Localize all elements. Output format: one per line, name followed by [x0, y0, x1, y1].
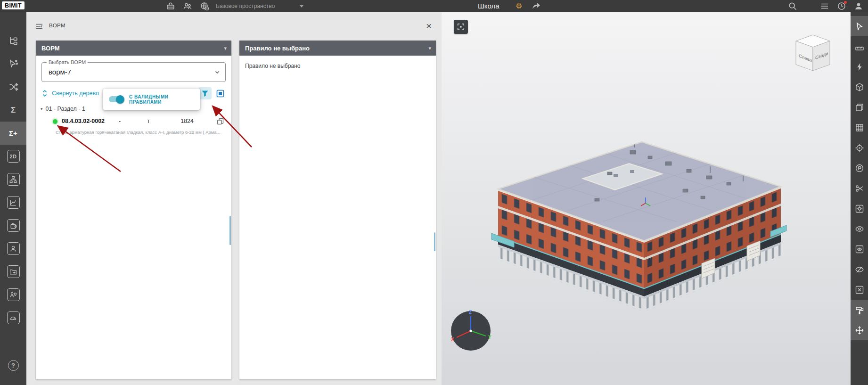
target-icon: [855, 143, 864, 153]
sidebar-item-dashboard[interactable]: [0, 306, 26, 329]
sidebar-item-volumes[interactable]: Σ: [0, 98, 26, 122]
sidebar-item-charts[interactable]: [0, 191, 26, 214]
tool-show-element[interactable]: [851, 239, 868, 259]
select-cursor-icon: [8, 59, 18, 69]
sidebar-item-user-location[interactable]: [0, 283, 26, 306]
item-quantity: 1824: [169, 118, 194, 124]
sidebar-item-export[interactable]: [0, 260, 26, 283]
team-button[interactable]: [183, 1, 192, 11]
sidebar-item-2d-view[interactable]: 2D: [0, 145, 26, 168]
tool-grid[interactable]: [851, 117, 868, 138]
left-toolbar: Σ Σ+ 2D ?: [0, 12, 26, 385]
search-button[interactable]: [788, 1, 797, 11]
vorm-panel-header[interactable]: ВОРМ ▾: [36, 41, 231, 56]
toggle-knob: [116, 95, 124, 104]
vorm-scrollbar[interactable]: [229, 216, 231, 245]
eye-box-icon: [855, 245, 864, 254]
eye-off-icon: [855, 265, 864, 274]
chevron-down-icon[interactable]: ▾: [224, 45, 227, 51]
move-icon: [855, 326, 864, 335]
rule-panel-title: Правило не выбрано: [245, 45, 310, 52]
tool-select-cursor[interactable]: [851, 16, 868, 36]
menu-list-button[interactable]: [820, 1, 829, 11]
window-header: ВОРМ ×: [26, 20, 442, 34]
focus-model-button[interactable]: [454, 20, 468, 34]
select-caret-icon: [214, 69, 221, 75]
tool-visibility[interactable]: [851, 219, 868, 239]
sidebar-item-org-structure[interactable]: [0, 168, 26, 191]
item-description: Сталь арматурная горячекатаная гладкая, …: [56, 130, 226, 135]
ruler-icon: [855, 42, 864, 51]
search-icon: [788, 1, 797, 11]
tool-clear-selection[interactable]: [851, 279, 868, 300]
chevron-down-icon[interactable]: ▾: [428, 45, 431, 51]
window-close-button[interactable]: ×: [426, 19, 432, 33]
vorm-select[interactable]: Выбрать ВОРМ ворм-7: [41, 62, 226, 82]
team-icon: [183, 1, 192, 11]
tool-properties[interactable]: [851, 158, 868, 178]
grid-icon: [855, 123, 864, 132]
rule-scrollbar[interactable]: [434, 232, 435, 251]
navigation-cube[interactable]: Слева Сзади: [795, 34, 831, 73]
tool-quick-actions[interactable]: [851, 57, 868, 77]
viewport-3d[interactable]: Слева Сзади Z X Y: [442, 12, 851, 385]
user-avatar-icon: [854, 1, 863, 11]
tool-paint-mode[interactable]: [851, 300, 868, 320]
copy-button[interactable]: [216, 117, 224, 125]
filter-button[interactable]: [198, 87, 212, 99]
3d-building-model[interactable]: [489, 132, 790, 368]
unfold-tree-icon[interactable]: [41, 89, 49, 98]
window-title: ВОРМ: [49, 23, 66, 28]
help-button[interactable]: ?: [8, 360, 19, 371]
toolbox-icon: [166, 1, 175, 11]
rule-panel-header[interactable]: Правило не выбрано ▾: [239, 41, 436, 56]
tool-model-boxes[interactable]: [851, 97, 868, 117]
scissors-icon: [855, 184, 864, 193]
tool-section-box[interactable]: [851, 77, 868, 97]
tree-item-row[interactable]: 08.4.03.02-0002 - т 1824: [36, 117, 231, 126]
share-button[interactable]: [532, 1, 541, 11]
workspace-caret-icon[interactable]: [300, 5, 303, 8]
profile-button[interactable]: [854, 1, 863, 11]
workspace-selector[interactable]: Базовое пространство: [216, 0, 275, 12]
select-all-checkbox[interactable]: [214, 88, 226, 99]
gear-box-icon: [855, 204, 864, 213]
tool-center-target[interactable]: [851, 138, 868, 158]
triangle-down-icon[interactable]: ▾: [41, 106, 43, 111]
valid-rules-toggle[interactable]: [109, 96, 123, 102]
tool-cut-section[interactable]: [851, 178, 868, 198]
org-chart-icon: [9, 176, 17, 183]
tool-hide-element[interactable]: [851, 259, 868, 279]
cursor-icon: [855, 22, 864, 31]
puzzle-icon: [9, 222, 17, 229]
item-unit: т: [147, 118, 150, 124]
tool-view-settings[interactable]: [851, 198, 868, 219]
sidebar-item-vorm[interactable]: Σ+: [0, 122, 26, 145]
folder-share-icon: [9, 268, 17, 276]
menu-open-icon: [35, 22, 43, 31]
workspace-globe-button[interactable]: [200, 1, 209, 11]
user-icon: [9, 245, 17, 253]
eye-icon: [855, 224, 864, 234]
lightning-icon: [855, 62, 864, 72]
sidebar-item-clash-detection[interactable]: [0, 75, 26, 98]
window-menu-button[interactable]: [35, 22, 43, 31]
sidebar-item-users[interactable]: [0, 237, 26, 260]
list-icon: [820, 1, 829, 11]
sidebar-item-select-elements[interactable]: [0, 52, 26, 75]
settings-gear-icon[interactable]: ⚙: [516, 0, 522, 12]
tool-measure[interactable]: [851, 36, 868, 57]
line-chart-icon: [9, 199, 17, 206]
sidebar-item-model-tree[interactable]: [0, 29, 26, 52]
app-logo: BiMiT: [2, 1, 25, 9]
tool-move-mode[interactable]: [851, 320, 868, 340]
filter-funnel-icon: [201, 90, 209, 97]
activity-button[interactable]: [837, 1, 846, 11]
center-focus-icon: [457, 23, 465, 31]
collapse-tree-link[interactable]: Свернуть дерево: [52, 90, 99, 97]
axis-gizmo[interactable]: Z X Y: [448, 308, 493, 353]
sigma-icon: Σ: [11, 106, 16, 115]
paint-roller-icon: [855, 305, 864, 315]
toolbox-button[interactable]: [166, 1, 175, 11]
sidebar-item-plugins[interactable]: [0, 214, 26, 237]
